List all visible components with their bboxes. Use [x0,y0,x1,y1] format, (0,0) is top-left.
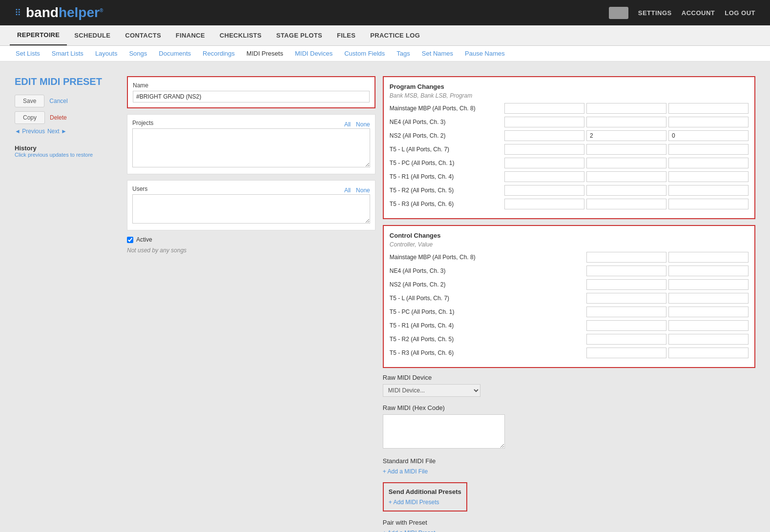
pc-input-5-2[interactable] [668,171,749,182]
cc-input-7-1[interactable] [668,348,749,358]
previous-link[interactable]: ◄ Previous [15,128,45,135]
active-checkbox[interactable] [127,237,133,243]
users-textarea[interactable] [132,194,370,224]
projects-none-link[interactable]: None [356,121,370,128]
cc-input-0-1[interactable] [668,252,749,263]
pc-input-6-0[interactable] [504,185,584,196]
pc-input-3-2[interactable] [668,144,749,155]
pc-label-1: NE4 (All Ports, Ch. 3) [390,119,504,125]
raw-midi-hex-textarea[interactable] [383,414,505,449]
pc-input-0-0[interactable] [504,103,584,114]
add-midi-presets-link[interactable]: + Add MIDI Presets [389,499,439,506]
cc-input-5-0[interactable] [586,320,666,331]
cc-input-5-1[interactable] [668,320,749,331]
account-link[interactable]: ACCOUNT [682,9,715,17]
delete-button[interactable]: Delete [50,111,67,124]
pc-input-5-0[interactable] [504,171,584,182]
settings-link[interactable]: SETTINGS [638,9,672,17]
pc-input-7-0[interactable] [504,199,584,209]
nav-contacts[interactable]: CONTACTS [118,26,168,45]
subnav-recordings[interactable]: Recordings [197,46,241,61]
pc-input-2-1[interactable] [586,130,666,141]
users-all-link[interactable]: All [344,187,351,194]
control-changes-section: Control Changes Controller, Value Mainst… [383,225,755,368]
copy-delete-row: Copy Delete [15,111,112,124]
projects-textarea[interactable] [132,128,370,167]
pc-input-4-2[interactable] [668,158,749,168]
pc-input-4-1[interactable] [586,158,666,168]
cc-input-3-0[interactable] [586,293,666,304]
subnav-smart-lists[interactable]: Smart Lists [46,46,89,61]
cc-input-3-1[interactable] [668,293,749,304]
pc-input-2-2[interactable] [668,130,749,141]
avatar [609,7,628,19]
cc-label-0: Mainstage MBP (All Ports, Ch. 8) [390,254,586,261]
copy-button[interactable]: Copy [15,111,45,124]
pair-with-preset-section: Pair with Preset + Add a MIDI Preset [383,519,755,532]
cc-input-0-0[interactable] [586,252,666,263]
save-button[interactable]: Save [15,95,44,107]
pc-input-6-1[interactable] [586,185,666,196]
cancel-button[interactable]: Cancel [49,95,67,107]
nav-finance[interactable]: FINANCE [168,26,212,45]
name-input[interactable] [133,91,370,102]
pc-input-1-2[interactable] [668,117,749,127]
raw-midi-hex-label: Raw MIDI (Hex Code) [383,404,755,411]
cc-input-1-0[interactable] [586,266,666,276]
next-link[interactable]: Next ► [47,128,67,135]
subnav-songs[interactable]: Songs [123,46,153,61]
nav-files[interactable]: FILES [330,26,363,45]
pc-input-5-1[interactable] [586,171,666,182]
nav-practice-log[interactable]: PRACTICE LOG [363,26,427,45]
not-used-label: Not used by any songs [127,247,375,254]
pc-input-0-2[interactable] [668,103,749,114]
subnav-pause-names[interactable]: Pause Names [459,46,511,61]
subnav-midi-devices[interactable]: MIDI Devices [289,46,338,61]
users-none-link[interactable]: None [356,187,370,194]
subnav-layouts[interactable]: Layouts [89,46,124,61]
cc-input-2-1[interactable] [668,279,749,290]
pc-row-6: T5 - R2 (All Ports, Ch. 5) [390,185,749,196]
pc-label-5: T5 - R1 (All Ports, Ch. 4) [390,173,504,180]
left-sidebar: EDIT MIDI PRESET Save Cancel Copy Delete… [15,76,112,532]
raw-midi-device-section: Raw MIDI Device MIDI Device... [383,374,755,397]
cc-label-6: T5 - R2 (All Ports, Ch. 5) [390,336,586,343]
pc-input-1-0[interactable] [504,117,584,127]
raw-midi-hex-section: Raw MIDI (Hex Code) [383,404,755,450]
pc-input-0-1[interactable] [586,103,666,114]
nav-repertoire[interactable]: REPERTOIRE [10,25,67,45]
pc-input-7-1[interactable] [586,199,666,209]
subnav-set-lists[interactable]: Set Lists [10,46,46,61]
pc-label-2: NS2 (All Ports, Ch. 2) [390,132,504,139]
subnav-custom-fields[interactable]: Custom Fields [338,46,391,61]
pc-input-6-2[interactable] [668,185,749,196]
pc-input-7-2[interactable] [668,199,749,209]
subnav-set-names[interactable]: Set Names [416,46,459,61]
pc-input-3-0[interactable] [504,144,584,155]
nav-checklists[interactable]: CHECKLISTS [212,26,269,45]
pc-input-2-0[interactable] [504,130,584,141]
cc-input-4-0[interactable] [586,307,666,317]
nav-stage-plots[interactable]: STAGE PLOTS [269,26,330,45]
cc-label-1: NE4 (All Ports, Ch. 3) [390,267,586,274]
subnav-documents[interactable]: Documents [153,46,197,61]
raw-midi-device-select[interactable]: MIDI Device... [383,384,480,397]
cc-input-1-1[interactable] [668,266,749,276]
cc-input-7-0[interactable] [586,348,666,358]
subnav-midi-presets[interactable]: MIDI Presets [241,46,289,61]
pc-input-3-1[interactable] [586,144,666,155]
projects-all-link[interactable]: All [344,121,351,128]
cc-input-2-0[interactable] [586,279,666,290]
pc-input-1-1[interactable] [586,117,666,127]
subnav-tags[interactable]: Tags [391,46,416,61]
send-additional-presets-section: Send Additional Presets + Add MIDI Prese… [383,482,467,512]
cc-label-3: T5 - L (All Ports, Ch. 7) [390,295,586,302]
cc-input-6-0[interactable] [586,334,666,345]
logout-link[interactable]: LOG OUT [725,9,755,17]
cc-input-6-1[interactable] [668,334,749,345]
cc-input-4-1[interactable] [668,307,749,317]
add-midi-preset-link[interactable]: + Add a MIDI Preset [383,530,436,532]
nav-schedule[interactable]: SCHEDULE [67,26,118,45]
pc-input-4-0[interactable] [504,158,584,168]
add-midi-file-link[interactable]: + Add a MIDI File [383,468,428,475]
